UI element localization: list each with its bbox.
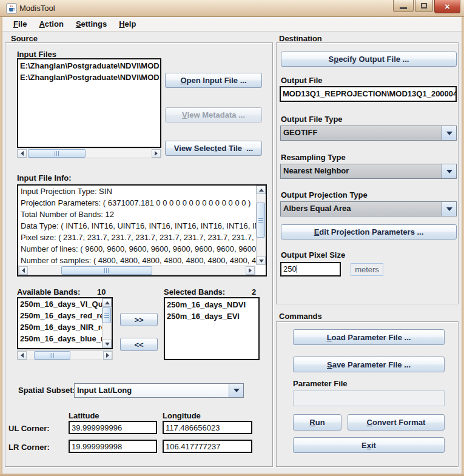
- text-caret: [297, 265, 297, 273]
- chevron-down-icon[interactable]: [229, 384, 243, 397]
- menu-settings[interactable]: Settings: [71, 18, 112, 30]
- scroll-down-button[interactable]: [257, 256, 266, 265]
- menubar: File Action Settings Help: [2, 17, 462, 32]
- output-projection-type-value: Albers Equal Area: [281, 202, 442, 216]
- ul-longitude-field[interactable]: 117.486656023: [163, 421, 252, 434]
- menu-file[interactable]: File: [8, 18, 32, 30]
- view-selected-tile-button[interactable]: View Selected Tile ...: [165, 141, 262, 156]
- view-metadata-button[interactable]: View Metadata ...: [165, 107, 262, 122]
- window-frame-left: [0, 17, 2, 476]
- load-parameter-file-button[interactable]: Load Parameter File ...: [293, 329, 445, 345]
- available-bands-items: 250m_16_days_VI_Quali250m_16_days_red_re…: [18, 298, 102, 348]
- arrow-right-icon: [155, 151, 158, 156]
- scroll-track[interactable]: [27, 149, 152, 158]
- scroll-left-button[interactable]: [19, 266, 28, 275]
- info-line: Number of samples: ( 4800, 4800, 4800, 4…: [18, 255, 266, 266]
- output-projection-type-label: Output Projection Type: [281, 190, 368, 199]
- scroll-track[interactable]: [257, 194, 266, 256]
- scrollbar-thumb[interactable]: [257, 203, 265, 238]
- menu-help[interactable]: Help: [114, 18, 141, 30]
- input-file-item[interactable]: E:\Zhanglan\Postgraduate\NDVI\MOD13Q1: [18, 60, 160, 72]
- open-input-file-button[interactable]: Open Input File ...: [165, 73, 262, 88]
- arrow-down-icon: [105, 343, 110, 346]
- chevron-down-icon[interactable]: [442, 126, 456, 140]
- convert-format-button[interactable]: Convert Format: [348, 414, 445, 431]
- edit-projection-parameters-button[interactable]: Edit Projection Parameters ...: [281, 224, 457, 240]
- band-item[interactable]: 250m_16_days_red_refl: [18, 310, 102, 321]
- arrow-up-icon: [105, 301, 110, 304]
- output-file-field[interactable]: MOD13Q1_REPROJECTION\MOD13Q1_2000049.tif: [280, 86, 457, 102]
- input-files-hscrollbar[interactable]: [17, 149, 161, 158]
- thumb-grip-icon: [50, 353, 55, 358]
- chevron-down-icon[interactable]: [442, 164, 456, 178]
- remove-band-button[interactable]: <<: [120, 338, 158, 351]
- source-panel-title: Source: [11, 34, 38, 43]
- scroll-left-button[interactable]: [18, 351, 27, 360]
- arrow-down-icon: [259, 260, 264, 263]
- input-files-list[interactable]: E:\Zhanglan\Postgraduate\NDVI\MOD13Q1E:\…: [17, 58, 161, 148]
- scroll-right-button[interactable]: [246, 266, 255, 275]
- info-line: Total Number of Bands: 12: [18, 209, 266, 220]
- minimize-button[interactable]: [393, 0, 414, 12]
- titlebar: ModisTool ×: [0, 0, 464, 17]
- exit-button[interactable]: Exit: [293, 437, 445, 453]
- scrollbar-thumb[interactable]: [28, 149, 86, 158]
- band-item[interactable]: 250m_16_days_VI_Quali: [18, 298, 102, 310]
- output-pixel-size-field[interactable]: 250: [280, 262, 341, 277]
- info-vscrollbar[interactable]: [256, 186, 266, 265]
- resampling-type-combobox[interactable]: Nearest Neighbor: [280, 164, 457, 179]
- selected-bands-count: 2: [252, 287, 256, 297]
- window-title: ModisTool: [19, 4, 55, 13]
- input-file-info-box[interactable]: Input Projection Type: SINProjection Par…: [17, 184, 267, 277]
- info-line: Number of lines: ( 9600, 9600, 9600, 960…: [18, 243, 266, 255]
- bands-vscrollbar[interactable]: [102, 298, 112, 348]
- pixel-size-units: meters: [351, 263, 383, 276]
- bands-hscrollbar[interactable]: [17, 350, 113, 360]
- scroll-track[interactable]: [28, 266, 246, 275]
- info-hscrollbar[interactable]: [18, 266, 255, 275]
- band-item[interactable]: 250m_16_days_NDVI: [165, 299, 258, 310]
- spatial-subset-combobox[interactable]: Input Lat/Long: [74, 383, 244, 398]
- add-band-button[interactable]: >>: [120, 313, 158, 326]
- scrollbar-thumb[interactable]: [34, 351, 70, 360]
- scroll-left-button[interactable]: [18, 149, 27, 158]
- output-projection-type-combobox[interactable]: Albers Equal Area: [280, 201, 457, 216]
- ul-latitude-field[interactable]: 39.999999996: [69, 421, 157, 434]
- scroll-track[interactable]: [27, 351, 103, 360]
- arrow-right-icon: [249, 268, 252, 273]
- save-parameter-file-button[interactable]: Save Parameter File ...: [293, 357, 445, 372]
- chevron-down-icon[interactable]: [442, 202, 456, 216]
- run-button[interactable]: Run: [293, 414, 341, 431]
- input-file-info-label: Input File Info:: [17, 173, 72, 183]
- scroll-up-button[interactable]: [257, 186, 266, 194]
- lr-latitude-field[interactable]: 19.999999998: [69, 440, 157, 453]
- output-file-label: Output File: [281, 76, 323, 85]
- specify-output-file-button[interactable]: Specify Output File ...: [281, 52, 457, 67]
- scroll-right-button[interactable]: [152, 149, 161, 158]
- scroll-track[interactable]: [103, 307, 112, 340]
- selected-bands-list[interactable]: 250m_16_days_NDVI250m_16_days_EVI: [164, 297, 260, 360]
- available-bands-list[interactable]: 250m_16_days_VI_Quali250m_16_days_red_re…: [17, 297, 113, 349]
- band-item[interactable]: 250m_16_days_EVI: [165, 310, 258, 322]
- scroll-down-button[interactable]: [103, 340, 112, 348]
- parameter-file-field[interactable]: [293, 391, 445, 406]
- maximize-button[interactable]: [415, 0, 433, 12]
- output-file-type-label: Output File Type: [281, 115, 343, 124]
- java-cup-icon: [8, 5, 15, 12]
- scrollbar-thumb[interactable]: [61, 266, 152, 275]
- close-button[interactable]: ×: [434, 0, 460, 13]
- window-frame-right: [462, 17, 464, 476]
- band-item[interactable]: 250m_16_days_NIR_refl: [18, 321, 102, 333]
- scroll-right-button[interactable]: [103, 351, 112, 360]
- spatial-subset-value: Input Lat/Long: [75, 384, 229, 397]
- resampling-type-value: Nearest Neighbor: [281, 164, 442, 178]
- input-file-info-text: Input Projection Type: SINProjection Par…: [18, 186, 266, 275]
- scroll-up-button[interactable]: [103, 298, 112, 307]
- lr-longitude-field[interactable]: 106.417777237: [163, 440, 252, 453]
- menu-action[interactable]: Action: [34, 18, 68, 30]
- java-app-icon: [6, 3, 17, 14]
- input-file-item[interactable]: E:\Zhanglan\Postgraduate\NDVI\MOD13Q1: [18, 72, 160, 83]
- scrollbar-thumb[interactable]: [103, 307, 111, 323]
- output-file-type-combobox[interactable]: GEOTIFF: [280, 126, 457, 141]
- band-item[interactable]: 250m_16_days_blue_ref: [18, 333, 102, 344]
